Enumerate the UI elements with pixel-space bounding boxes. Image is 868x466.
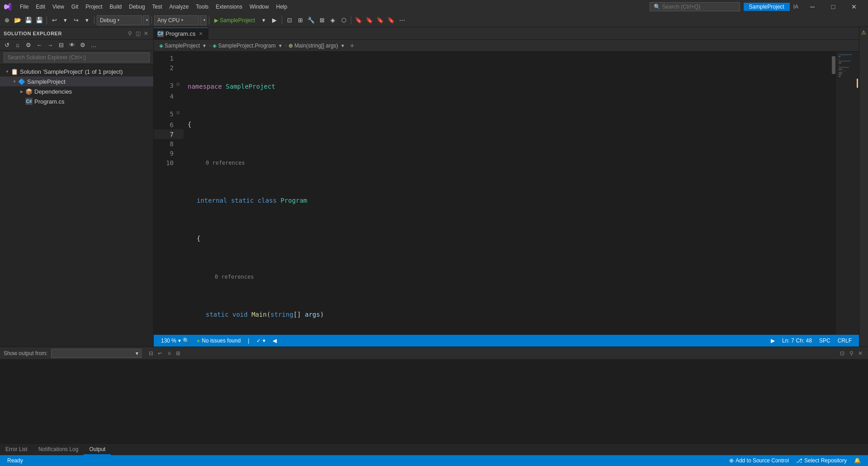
scroll-left-btn[interactable]: ◀ xyxy=(269,335,280,347)
tab-notifications-log[interactable]: Notifications Log xyxy=(33,444,84,455)
se-more-btn[interactable]: … xyxy=(89,40,99,50)
menu-extensions[interactable]: Extensions xyxy=(212,2,246,12)
nav-namespace-dropdown[interactable]: ▾ xyxy=(201,43,208,49)
zoom-status[interactable]: 130 % ▾ 🔍 xyxy=(157,335,193,347)
attach-btn[interactable]: ▶ xyxy=(269,15,279,25)
toolbar-btn-2[interactable]: ⊞ xyxy=(295,15,305,25)
notifications-bell[interactable]: 🔔 xyxy=(850,457,864,464)
title-bar-search[interactable]: 🔍 xyxy=(650,2,740,11)
platform-dropdown[interactable]: Any CPU ▾ xyxy=(154,15,199,25)
nav-split-btn[interactable]: + xyxy=(348,41,357,50)
tree-item-program-cs[interactable]: ▶ C# Program.cs xyxy=(0,96,153,106)
redo-btn[interactable]: ↪ xyxy=(71,15,81,25)
menu-debug[interactable]: Debug xyxy=(125,2,148,12)
close-button[interactable]: ✕ xyxy=(844,0,864,14)
menu-help[interactable]: Help xyxy=(273,2,291,12)
search-input[interactable] xyxy=(662,4,735,10)
menu-edit[interactable]: Edit xyxy=(32,2,49,12)
save-btn[interactable]: 💾 xyxy=(24,15,33,25)
toolbar-btn-6[interactable]: ⬡ xyxy=(339,15,349,25)
fold-3[interactable]: ⊟ xyxy=(176,82,184,86)
save-all-btn[interactable]: 💾 xyxy=(34,15,44,25)
undo-dropdown[interactable]: ▾ xyxy=(60,15,70,25)
sidebar-search-input[interactable] xyxy=(4,52,150,62)
vertical-scrollbar[interactable] xyxy=(830,52,836,335)
tab-output[interactable]: Output xyxy=(84,444,111,455)
sidebar-close-btn[interactable]: ✕ xyxy=(142,30,150,37)
tab-program-cs[interactable]: C# Program.cs ✕ xyxy=(154,28,208,39)
run-dropdown[interactable]: ▾ xyxy=(259,15,269,25)
run-button[interactable]: ▶ SampleProject xyxy=(212,16,258,24)
se-arrow-left-btn[interactable]: ← xyxy=(34,40,44,50)
output-dock-btn[interactable]: ⊡ xyxy=(838,349,846,357)
undo-btn[interactable]: ↩ xyxy=(49,15,59,25)
new-project-btn[interactable]: ⊕ xyxy=(2,15,12,25)
toolbar-btn-3[interactable]: 🔧 xyxy=(306,15,316,25)
output-source-dropdown[interactable]: ▾ xyxy=(51,349,142,358)
tree-item-project[interactable]: ▼ 🔷 SampleProject xyxy=(0,76,153,86)
cursor-position[interactable]: Ln: 7 Ch: 48 xyxy=(778,335,816,347)
scroll-right-btn[interactable]: ▶ xyxy=(767,335,778,347)
se-settings-btn[interactable]: ⚙ xyxy=(24,40,33,50)
menu-tools[interactable]: Tools xyxy=(192,2,212,12)
fold-5[interactable]: ⊟ xyxy=(176,110,184,115)
se-collapse-btn[interactable]: ⊟ xyxy=(56,40,66,50)
issues-status[interactable]: ● No issues found xyxy=(193,335,244,347)
menu-git[interactable]: Git xyxy=(68,2,82,12)
debug-config-arrow[interactable]: ▾ xyxy=(143,15,149,25)
toolbar-btn-5[interactable]: ◈ xyxy=(328,15,338,25)
select-repository-btn[interactable]: ⎇ Select Repository xyxy=(793,457,850,464)
platform-arrow[interactable]: ▾ xyxy=(200,15,207,25)
menu-window[interactable]: Window xyxy=(246,2,273,12)
toolbar-btn-10[interactable]: 🔖 xyxy=(386,15,396,25)
output-wrap-btn[interactable]: ↵ xyxy=(156,349,164,357)
nav-class[interactable]: ◈ SampleProject.Program ▾ xyxy=(211,43,285,49)
toolbar-btn-11[interactable]: ⋯ xyxy=(397,15,407,25)
output-close-btn[interactable]: ✕ xyxy=(856,349,864,357)
output-filter-btn[interactable]: ≡ xyxy=(165,349,173,357)
nav-namespace[interactable]: ◈ SampleProject ▾ xyxy=(157,43,209,49)
nav-member-dropdown[interactable]: ▾ xyxy=(340,43,346,49)
sidebar-search: 🔍 xyxy=(0,51,153,65)
toolbar-btn-1[interactable]: ⊡ xyxy=(284,15,294,25)
redo-dropdown[interactable]: ▾ xyxy=(82,15,92,25)
debug-config-dropdown[interactable]: Debug ▾ xyxy=(97,15,142,25)
toolbar-btn-4[interactable]: ⊠ xyxy=(317,15,327,25)
menu-analyze[interactable]: Analyze xyxy=(166,2,193,12)
se-home-btn[interactable]: ⌂ xyxy=(13,40,23,50)
tree-item-solution[interactable]: ▼ 📋 Solution 'SampleProject' (1 of 1 pro… xyxy=(0,67,153,76)
sidebar-pin-btn[interactable]: ⚲ xyxy=(126,30,133,37)
maximize-button[interactable]: □ xyxy=(823,0,844,14)
code-content[interactable]: namespace SampleProject { 0 references i… xyxy=(186,52,830,335)
toolbar-btn-8[interactable]: 🔖 xyxy=(364,15,374,25)
se-arrow-right-btn[interactable]: → xyxy=(45,40,55,50)
scroll-thumb[interactable] xyxy=(832,56,835,74)
output-clear-btn[interactable]: ⊟ xyxy=(147,349,155,357)
warning-icon[interactable]: ⚠ xyxy=(860,29,868,36)
menu-build[interactable]: Build xyxy=(106,2,126,12)
se-view-btn[interactable]: 👁 xyxy=(67,40,77,50)
tab-close-btn[interactable]: ✕ xyxy=(197,30,204,38)
account-icon[interactable]: IA xyxy=(793,4,798,10)
add-source-control-btn[interactable]: ⊕ Add to Source Control xyxy=(726,457,793,464)
menu-view[interactable]: View xyxy=(49,2,68,12)
encoding-status[interactable]: SPC xyxy=(816,335,834,347)
menu-test[interactable]: Test xyxy=(149,2,166,12)
open-file-btn[interactable]: 📂 xyxy=(13,15,23,25)
nav-member[interactable]: ⊕ Main(string[] args) ▾ xyxy=(287,43,348,49)
se-refresh-btn[interactable]: ↺ xyxy=(2,40,12,50)
sidebar-dock-btn[interactable]: ◫ xyxy=(134,30,142,37)
output-find-btn[interactable]: ⊞ xyxy=(174,349,182,357)
minimize-button[interactable]: ─ xyxy=(802,0,823,14)
tree-item-dependencies[interactable]: ▶ 📦 Dependencies xyxy=(0,86,153,96)
toolbar-btn-9[interactable]: 🔖 xyxy=(375,15,385,25)
se-filter-btn[interactable]: ⚙ xyxy=(78,40,88,50)
line-ending-status[interactable]: CRLF xyxy=(834,335,855,347)
output-pin-btn[interactable]: ⚲ xyxy=(847,349,855,357)
tab-error-list[interactable]: Error List xyxy=(0,444,33,455)
nav-class-dropdown[interactable]: ▾ xyxy=(277,43,283,49)
toolbar-btn-7[interactable]: 🔖 xyxy=(354,15,363,25)
menu-file[interactable]: File xyxy=(16,2,32,12)
menu-project[interactable]: Project xyxy=(82,2,106,12)
git-status[interactable]: ✓ ▾ xyxy=(253,335,269,347)
